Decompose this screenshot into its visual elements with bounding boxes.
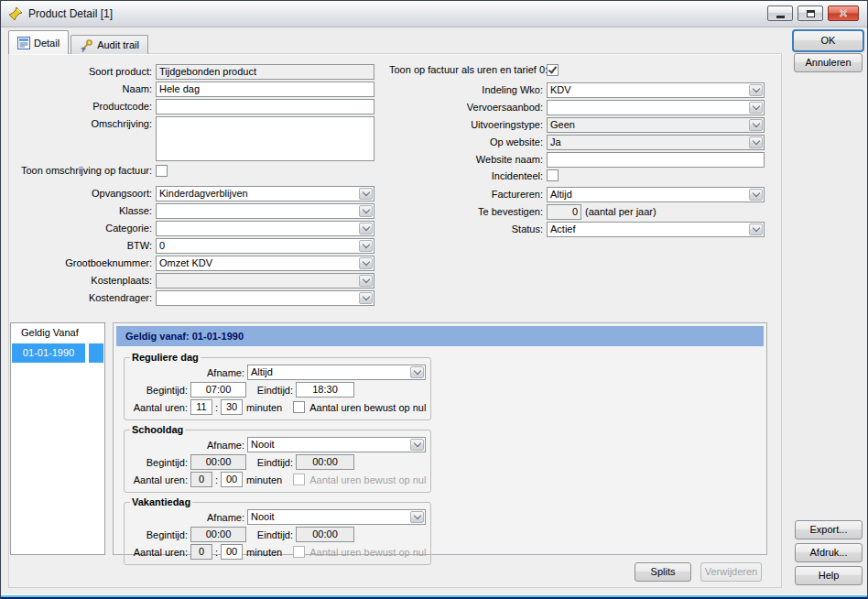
opvangsoort-value: Kinderdagverblijven [159, 188, 248, 199]
afname-combo[interactable]: Nooit [247, 437, 426, 452]
website-naam-input[interactable] [547, 152, 765, 168]
help-button[interactable]: Help [795, 566, 863, 585]
chevron-down-icon[interactable] [410, 366, 424, 378]
maximize-button[interactable] [797, 5, 823, 21]
eindtijd-input[interactable]: 18:30 [296, 382, 354, 398]
naam-input[interactable]: Hele dag [156, 82, 374, 97]
chevron-down-icon[interactable] [359, 188, 373, 200]
categorie-combo[interactable] [156, 221, 374, 236]
delete-button: Verwijderen [700, 562, 762, 582]
te-bevestigen-label: Te bevestigen: [389, 204, 547, 220]
toon-op-factuur-checkbox[interactable] [547, 64, 559, 76]
minuten-input[interactable]: 30 [221, 399, 243, 415]
afname-value: Nooit [251, 511, 275, 522]
btw-value: 0 [159, 240, 165, 251]
vervoersaanbod-combo[interactable] [547, 100, 765, 115]
aantal-uren-label: Aantal uren: [129, 474, 190, 485]
aantal-nul-checkbox[interactable] [293, 546, 305, 558]
aantal-nul-checkbox[interactable] [293, 401, 305, 413]
op-website-combo[interactable]: Ja [547, 135, 765, 150]
afname-combo[interactable]: Altijd [247, 365, 426, 380]
tab-audit-trail-label: Audit trail [97, 39, 139, 50]
audit-key-icon: ? [80, 38, 93, 52]
uitvoeringstype-combo[interactable]: Geen [547, 117, 765, 133]
tab-audit-trail[interactable]: ? Audit trail [71, 35, 148, 54]
indeling-wko-label: Indeling Wko: [389, 82, 547, 98]
titlebar[interactable]: Product Detail [1] [1, 1, 867, 27]
geldig-vanaf-panel: Geldig vanaf: 01-01-1990 Reguliere dag A… [113, 322, 767, 555]
chevron-down-icon[interactable] [749, 136, 763, 148]
chevron-down-icon[interactable] [359, 240, 373, 252]
chevron-down-icon[interactable] [359, 223, 373, 234]
document-icon [17, 37, 30, 49]
opvangsoort-combo[interactable]: Kinderdagverblijven [156, 186, 374, 201]
begintijd-input[interactable]: 07:00 [190, 382, 246, 398]
cancel-button[interactable]: Annuleren [794, 53, 863, 72]
status-combo[interactable]: Actief [547, 222, 765, 237]
begintijd-input[interactable]: 00:00 [190, 527, 246, 542]
minimize-button[interactable] [767, 5, 793, 21]
afname-label: Afname: [129, 367, 247, 378]
geldig-vanaf-list[interactable]: Geldig Vanaf 01-01-1990 [10, 322, 105, 555]
op-website-value: Ja [550, 136, 561, 147]
chevron-down-icon[interactable] [359, 257, 373, 269]
chevron-down-icon[interactable] [359, 292, 373, 304]
naam-label: Naam: [10, 82, 156, 97]
chevron-down-icon[interactable] [359, 275, 373, 287]
uren-input[interactable]: 0 [190, 544, 212, 560]
aantal-nul-checkbox[interactable] [293, 474, 305, 485]
dagtype-group: Schooldag Afname: Nooit Begintijd: 00:00… [124, 424, 431, 493]
btw-label: BTW: [10, 238, 156, 254]
eindtijd-label: Eindtijd: [251, 385, 296, 396]
tab-detail[interactable]: Detail [8, 30, 69, 54]
chevron-down-icon[interactable] [410, 439, 424, 451]
btw-combo[interactable]: 0 [156, 238, 374, 254]
incidenteel-label: Incidenteel: [389, 169, 547, 182]
factureren-combo[interactable]: Altijd [547, 187, 765, 202]
print-button[interactable]: Afdruk... [795, 543, 863, 562]
minuten-input[interactable]: 00 [221, 544, 243, 560]
grootboeknummer-combo[interactable]: Omzet KDV [156, 256, 374, 271]
group-title: Reguliere dag [130, 352, 201, 363]
opvangsoort-label: Opvangsoort: [10, 186, 156, 201]
begintijd-label: Begintijd: [129, 457, 190, 468]
incidenteel-checkbox[interactable] [547, 169, 559, 181]
list-item[interactable]: 01-01-1990 [12, 343, 103, 363]
chevron-down-icon[interactable] [749, 84, 763, 96]
export-button[interactable]: Export... [795, 520, 863, 539]
productcode-input[interactable] [156, 99, 374, 114]
svg-text:?: ? [81, 45, 85, 52]
ok-button[interactable]: OK [792, 29, 864, 52]
soort-product-label: Soort product: [10, 64, 156, 80]
kostenplaats-combo[interactable] [156, 273, 374, 289]
begintijd-input[interactable]: 00:00 [190, 454, 246, 470]
klasse-combo[interactable] [156, 203, 374, 219]
minuten-input[interactable]: 00 [221, 472, 243, 487]
aantal-nul-label: Aantal uren bewust op nul [309, 547, 426, 558]
afname-value: Nooit [251, 439, 275, 450]
chevron-down-icon[interactable] [749, 102, 763, 114]
toon-omschrijving-checkbox[interactable] [156, 165, 168, 177]
uitvoeringstype-value: Geen [550, 119, 575, 130]
omschrijving-textarea[interactable] [156, 116, 374, 161]
afname-combo[interactable]: Nooit [247, 509, 426, 525]
kostendrager-combo[interactable] [156, 290, 374, 306]
omschrijving-label: Omschrijving: [10, 116, 156, 161]
eindtijd-input[interactable]: 00:00 [296, 454, 354, 470]
close-button[interactable] [828, 5, 859, 21]
afname-value: Altijd [251, 366, 273, 377]
te-bevestigen-suffix: (aantal per jaar) [585, 204, 656, 220]
time-separator: : [215, 474, 218, 485]
chevron-down-icon[interactable] [359, 205, 373, 217]
chevron-down-icon[interactable] [410, 511, 424, 523]
chevron-down-icon[interactable] [749, 189, 763, 201]
eindtijd-input[interactable]: 00:00 [296, 527, 354, 542]
uren-input[interactable]: 11 [190, 399, 212, 415]
aantal-nul-label: Aantal uren bewust op nul [309, 402, 426, 413]
chevron-down-icon[interactable] [749, 119, 763, 131]
indeling-wko-combo[interactable]: KDV [547, 82, 765, 98]
chevron-down-icon[interactable] [749, 223, 763, 235]
split-button[interactable]: Splits [635, 562, 691, 582]
te-bevestigen-input[interactable]: 0 [547, 204, 581, 220]
uren-input[interactable]: 0 [190, 472, 212, 487]
